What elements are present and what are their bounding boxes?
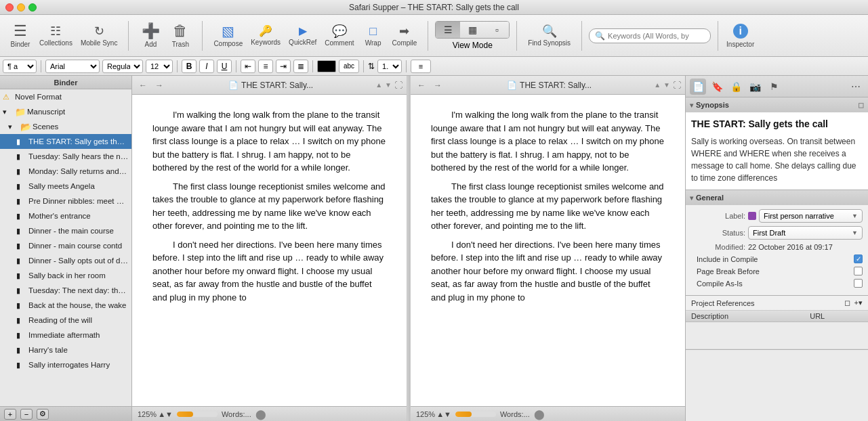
synopsis-section-header[interactable]: ▾ Synopsis ◻ bbox=[686, 97, 868, 112]
find-synopsis-button[interactable]: 🔍 Find Synopsis bbox=[524, 22, 575, 49]
doc-icon: ▮ bbox=[16, 361, 27, 370]
inspector-notes-button[interactable]: 📄 bbox=[690, 79, 706, 95]
search-box[interactable]: 🔍 bbox=[589, 28, 711, 43]
status-dropdown[interactable]: First Draft ▼ bbox=[748, 226, 863, 240]
comment-button[interactable]: 💬 Comment bbox=[321, 22, 358, 49]
editor-chevron-up-1[interactable]: ▲ bbox=[375, 81, 382, 89]
modified-field-label: Modified: bbox=[691, 243, 745, 251]
editor-forward-button-2[interactable]: → bbox=[431, 79, 445, 91]
keywords-button[interactable]: 🔑 Keywords bbox=[247, 23, 285, 49]
editor-forward-button-1[interactable]: → bbox=[152, 79, 166, 91]
binder-item-novel-format[interactable]: ⚠ Novel Format bbox=[0, 89, 131, 104]
binder-item-label: Dinner - Sally opts out of dessert bbox=[28, 257, 129, 265]
binder-item-mothers-entrance[interactable]: ▮ Mother's entrance bbox=[0, 208, 131, 223]
paragraph-style-select[interactable]: ¶ a bbox=[3, 60, 37, 73]
binder-item-tuesday-news[interactable]: ▮ Tuesday: Sally hears the news o... bbox=[0, 149, 131, 164]
align-justify-button[interactable]: ≣ bbox=[293, 60, 308, 73]
align-right-button[interactable]: ⇥ bbox=[276, 60, 291, 73]
list-indent-button[interactable]: ≡ bbox=[411, 60, 431, 73]
editor-chevron-up-2[interactable]: ▲ bbox=[654, 81, 661, 89]
compile-as-checkbox[interactable] bbox=[854, 279, 863, 288]
binder-item-the-start[interactable]: ▮ THE START: Sally gets the call bbox=[0, 134, 131, 149]
inspector-overflow-button[interactable]: ⋯ bbox=[848, 79, 864, 95]
binder-item-dinner-main-contd[interactable]: ▮ Dinner - main course contd bbox=[0, 238, 131, 253]
zoom-arrows-1[interactable]: ▲▼ bbox=[158, 410, 173, 418]
editor-back-button-2[interactable]: ← bbox=[415, 79, 428, 91]
binder-delete-button[interactable]: − bbox=[20, 409, 33, 420]
close-button[interactable] bbox=[5, 3, 14, 12]
binder-button[interactable]: ☰ Binder bbox=[5, 21, 35, 51]
view-mode-corkboard[interactable]: ▦ bbox=[460, 22, 484, 38]
search-input[interactable] bbox=[608, 32, 705, 40]
view-mode-outline[interactable]: ▫ bbox=[484, 22, 509, 38]
binder-item-dinner-main[interactable]: ▮ Dinner - the main course bbox=[0, 223, 131, 238]
mobile-sync-button[interactable]: ↻ Mobile Sync bbox=[77, 22, 121, 49]
line-height-select[interactable]: 1.2 bbox=[377, 60, 402, 73]
words-label-2: Words:... bbox=[500, 410, 530, 418]
binder-item-dinner-dessert[interactable]: ▮ Dinner - Sally opts out of dessert bbox=[0, 253, 131, 268]
add-button[interactable]: ➕ Add bbox=[136, 21, 165, 51]
inspector-lock-button[interactable]: 🔒 bbox=[728, 79, 744, 95]
editor-content-2[interactable]: I'm walking the long walk from the plane… bbox=[411, 95, 685, 406]
view-mode-scrivenings[interactable]: ☰ bbox=[436, 22, 460, 38]
zoom-arrows-2[interactable]: ▲▼ bbox=[436, 410, 451, 418]
synopsis-expand-icon[interactable]: ◻ bbox=[858, 101, 864, 110]
wrap-button[interactable]: □ Wrap bbox=[358, 22, 388, 49]
refs-add-icon[interactable]: +▾ bbox=[854, 298, 863, 307]
italic-button[interactable]: I bbox=[199, 60, 214, 73]
modified-row: Modified: 22 October 2016 at 09:17 bbox=[691, 243, 863, 251]
binder-item-harrys-tale[interactable]: ▮ Harry's tale bbox=[0, 342, 131, 357]
editor-expand-1[interactable]: ⛶ bbox=[394, 81, 402, 90]
binder-item-sally-interrogates[interactable]: ▮ Sally interrogates Harry bbox=[0, 357, 131, 372]
doc-icon: ▮ bbox=[16, 271, 27, 280]
binder-item-pre-dinner[interactable]: ▮ Pre Dinner nibbles: meet Paul bbox=[0, 194, 131, 208]
binder-item-sally-angela[interactable]: ▮ Sally meets Angela bbox=[0, 179, 131, 194]
trash-button[interactable]: 🗑 Trash bbox=[165, 21, 195, 51]
find-synopsis-label: Find Synopsis bbox=[528, 39, 571, 47]
color-swatch[interactable] bbox=[317, 60, 336, 72]
quickref-button[interactable]: ▶ QuickRef bbox=[285, 23, 321, 49]
binder-add-button[interactable]: + bbox=[4, 409, 16, 420]
binder-settings-button[interactable]: ⚙ bbox=[37, 409, 49, 420]
binder-item-tuesday-funeral[interactable]: ▮ Tuesday: The next day: the funeral bbox=[0, 283, 131, 298]
binder-item-manuscript[interactable]: ▾ 📁 Manuscript bbox=[0, 104, 131, 119]
align-center-button[interactable]: ≡ bbox=[258, 60, 273, 73]
editor-content-1[interactable]: I'm walking the long walk from the plane… bbox=[132, 95, 407, 406]
general-section-header[interactable]: ▾ General bbox=[686, 190, 868, 205]
compose-button[interactable]: ▧ Compose bbox=[209, 22, 247, 50]
editor-back-button-1[interactable]: ← bbox=[136, 79, 150, 91]
compile-button[interactable]: ➡ Compile bbox=[388, 22, 421, 49]
collections-button[interactable]: ☷ Collections bbox=[35, 22, 77, 49]
font-select[interactable]: Arial bbox=[45, 60, 100, 73]
binder-item-monday-returns[interactable]: ▮ Monday: Sally returns and we m... bbox=[0, 164, 131, 179]
refs-expand-icon[interactable]: ◻ bbox=[844, 298, 850, 307]
binder-item-immediate-aftermath[interactable]: ▮ Immediate aftermath bbox=[0, 328, 131, 342]
editor-splitter[interactable] bbox=[407, 76, 410, 421]
abc-button[interactable]: abc bbox=[339, 60, 359, 73]
binder-item-back-house[interactable]: ▮ Back at the house, the wake bbox=[0, 298, 131, 313]
font-size-select[interactable]: 12 bbox=[146, 60, 173, 73]
editors-container: ← → 📄 THE START: Sally... ▲ ▼ ⛶ I'm walk… bbox=[132, 76, 685, 421]
editor-chevron-down-2[interactable]: ▼ bbox=[663, 81, 670, 89]
bold-button[interactable]: B bbox=[182, 60, 197, 73]
word-count-1: Words:... bbox=[222, 410, 251, 418]
font-weight-select[interactable]: Regular bbox=[102, 60, 143, 73]
editor-expand-2[interactable]: ⛶ bbox=[673, 81, 681, 90]
minimize-button[interactable] bbox=[17, 3, 25, 12]
underline-button[interactable]: U bbox=[217, 60, 232, 73]
binder-item-reading-will[interactable]: ▮ Reading of the will bbox=[0, 313, 131, 328]
binder-item-sally-room[interactable]: ▮ Sally back in her room bbox=[0, 268, 131, 283]
inspector-photo-button[interactable]: 📷 bbox=[747, 79, 763, 95]
inspector-bookmark-button[interactable]: 🔖 bbox=[709, 79, 725, 95]
binder-item-label: Immediate aftermath bbox=[28, 331, 100, 339]
label-dropdown[interactable]: First person narrative ▼ bbox=[759, 209, 863, 223]
fullscreen-button[interactable] bbox=[28, 3, 37, 12]
include-compile-checkbox[interactable]: ✓ bbox=[854, 254, 863, 263]
editor-chevron-down-1[interactable]: ▼ bbox=[385, 81, 392, 89]
binder-item-scenes[interactable]: ▾ 📂 Scenes bbox=[0, 119, 131, 134]
inspector-flag-button[interactable]: ⚑ bbox=[766, 79, 782, 95]
page-break-checkbox[interactable] bbox=[854, 267, 863, 275]
inspector-button[interactable]: i Inspector bbox=[722, 21, 758, 51]
main-layout: Binder ⚠ Novel Format ▾ 📁 Manuscript ▾ 📂… bbox=[0, 76, 868, 421]
align-left-button[interactable]: ⇤ bbox=[241, 60, 255, 73]
